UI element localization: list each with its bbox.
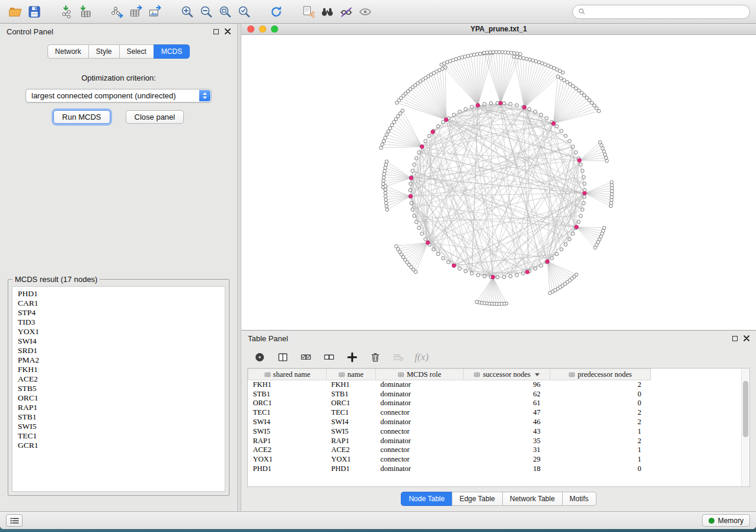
open-file-button[interactable]	[6, 3, 25, 21]
cell-successor-nodes: 35	[464, 436, 550, 446]
table-row[interactable]: RAP1RAP1dominator352	[248, 436, 742, 446]
tab-edge-table[interactable]: Edge Table	[452, 492, 502, 506]
column-header-successor-nodes[interactable]: successor nodes	[464, 369, 550, 380]
mcds-result-item[interactable]: PMA2	[12, 355, 225, 365]
mcds-result-item[interactable]: STB5	[12, 384, 225, 393]
search-box[interactable]	[572, 5, 750, 19]
mcds-result-group: MCDS result (17 nodes) PHD1CAR1STP4TID3Y…	[8, 279, 229, 496]
function-builder-button[interactable]: f(x)	[413, 349, 430, 366]
mcds-result-item[interactable]: CAR1	[12, 299, 225, 308]
mcds-result-item[interactable]: SRD1	[12, 346, 225, 355]
zoom-selected-button[interactable]	[235, 3, 254, 21]
mcds-result-item[interactable]: FKH1	[12, 365, 225, 374]
column-settings-icon	[254, 351, 266, 363]
close-table-panel-icon[interactable]	[744, 335, 749, 341]
float-panel-icon[interactable]	[213, 29, 219, 34]
cell-predecessor-nodes: 0	[550, 390, 651, 399]
mcds-result-item[interactable]: YOX1	[12, 327, 225, 336]
cell-name: STB1	[327, 390, 376, 399]
cell-successor-nodes: 31	[464, 446, 550, 455]
tab-network[interactable]: Network	[47, 44, 88, 59]
criterion-dropdown[interactable]: largest connected component (undirected)	[25, 89, 212, 102]
table-row[interactable]: FKH1FKH1dominator962	[248, 380, 742, 390]
mcds-result-item[interactable]: SWI4	[12, 336, 225, 346]
mcds-result-list[interactable]: PHD1CAR1STP4TID3YOX1SWI4SRD1PMA2FKH1ACE2…	[12, 286, 225, 492]
mcds-result-item[interactable]: STP4	[12, 308, 225, 318]
tab-node-table[interactable]: Node Table	[401, 492, 452, 506]
mcds-result-item[interactable]: STB1	[12, 412, 225, 422]
table-row[interactable]: PHD1PHD1dominator180	[248, 464, 742, 474]
zoom-in-button[interactable]	[178, 3, 197, 21]
table-row[interactable]: YOX1YOX1connector291	[248, 455, 742, 464]
table-row[interactable]: ORC1ORC1dominator610	[248, 399, 742, 408]
control-panel-titlebar: Control Panel	[0, 24, 237, 39]
mcds-result-item[interactable]: PHD1	[12, 289, 225, 299]
deselect-all-button[interactable]	[320, 349, 338, 366]
open-file-icon	[8, 5, 23, 19]
memory-button[interactable]: Memory	[702, 514, 750, 527]
column-header-MCDS-role[interactable]: MCDS role	[376, 369, 464, 380]
delete-column-button[interactable]	[390, 349, 407, 366]
clone-network-button[interactable]	[299, 3, 318, 21]
table-row[interactable]: SWI4SWI4dominator462	[248, 418, 742, 427]
window-minimize-button[interactable]	[259, 25, 266, 33]
export-network-button[interactable]	[108, 3, 127, 21]
status-bar: Memory	[0, 511, 756, 529]
add-row-icon	[346, 351, 358, 363]
zoom-out-button[interactable]	[197, 3, 216, 21]
import-network-button[interactable]	[57, 3, 76, 21]
scrollbar-thumb[interactable]	[743, 381, 748, 437]
close-panel-icon[interactable]	[225, 28, 231, 34]
table-row[interactable]: SWI5SWI5connector431	[248, 427, 742, 437]
hide-selected-button[interactable]	[337, 3, 356, 21]
tab-style[interactable]: Style	[88, 44, 119, 59]
refresh-view-button[interactable]	[267, 3, 286, 21]
column-header-name[interactable]: name	[327, 369, 376, 380]
export-image-button[interactable]	[146, 3, 165, 21]
column-settings-button[interactable]	[251, 349, 269, 366]
window-zoom-button[interactable]	[271, 25, 278, 33]
first-neighbors-button[interactable]	[318, 3, 337, 21]
save-session-button[interactable]	[25, 3, 44, 21]
show-all-button[interactable]	[356, 3, 375, 21]
export-table-button[interactable]	[127, 3, 146, 21]
cell-MCDS-role: dominator	[376, 418, 464, 427]
sort-indicator-icon[interactable]	[535, 373, 540, 376]
show-all-icon	[358, 5, 372, 19]
tab-network-table[interactable]: Network Table	[502, 492, 562, 506]
window-close-button[interactable]	[247, 25, 254, 33]
delete-row-button[interactable]	[366, 349, 384, 366]
mcds-result-item[interactable]: ORC1	[12, 393, 225, 403]
zoom-fit-button[interactable]	[216, 3, 235, 21]
task-history-button[interactable]	[6, 514, 23, 527]
tab-motifs[interactable]: Motifs	[562, 492, 596, 506]
tab-mcds[interactable]: MCDS	[154, 44, 190, 59]
mcds-result-item[interactable]: TID3	[12, 318, 225, 327]
mcds-result-item[interactable]: RAP1	[12, 403, 225, 412]
memory-indicator-dot	[709, 518, 714, 524]
table-row[interactable]: ACE2ACE2connector311	[248, 446, 742, 455]
mcds-result-item[interactable]: ACE2	[12, 374, 225, 384]
mcds-result-item[interactable]: SWI5	[12, 422, 225, 431]
network-graph[interactable]	[241, 35, 756, 330]
column-header-shared-name[interactable]: shared name	[248, 369, 327, 380]
mcds-result-item[interactable]: TEC1	[12, 431, 225, 441]
table-row[interactable]: STB1STB1dominator620	[248, 390, 742, 399]
search-input[interactable]	[589, 8, 744, 16]
select-all-button[interactable]	[297, 349, 315, 366]
mcds-result-item[interactable]: GCR1	[12, 441, 225, 450]
table-scrollbar[interactable]	[741, 368, 749, 486]
add-row-button[interactable]	[343, 349, 361, 366]
network-canvas[interactable]	[241, 35, 756, 330]
hide-selected-icon	[339, 5, 353, 19]
run-mcds-button[interactable]: Run MCDS	[53, 110, 110, 124]
column-header-predecessor-nodes[interactable]: predecessor nodes	[550, 369, 651, 380]
cell-shared-name: STB1	[248, 390, 327, 399]
table-row[interactable]: TEC1TEC1connector472	[248, 408, 742, 418]
tab-select[interactable]: Select	[119, 44, 154, 59]
float-table-panel-icon[interactable]	[732, 336, 738, 341]
split-view-button[interactable]	[274, 349, 292, 366]
close-panel-button[interactable]: Close panel	[126, 110, 184, 124]
import-table-button[interactable]	[76, 3, 95, 21]
network-view-window: YPA_prune.txt_1	[241, 24, 756, 331]
